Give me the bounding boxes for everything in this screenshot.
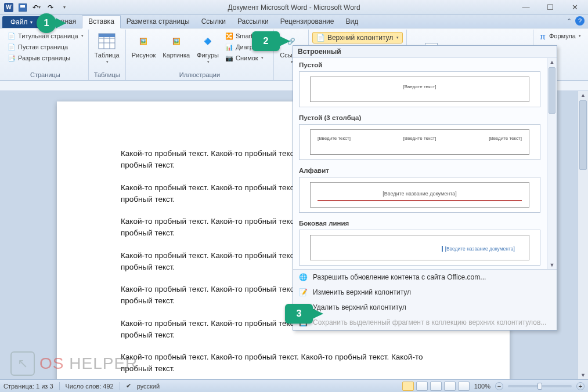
svg-rect-5 bbox=[99, 34, 115, 37]
scroll-up-icon[interactable]: ▲ bbox=[547, 58, 557, 66]
tab-page-layout[interactable]: Разметка страницы bbox=[121, 16, 196, 28]
gallery-item-label: Боковая линия bbox=[293, 216, 546, 228]
quick-access-toolbar: W ↶▾ ↷ ▾ bbox=[2, 2, 71, 13]
clipart-button[interactable]: 🖼️Картинка bbox=[160, 31, 192, 60]
step-badge-2: 2 bbox=[252, 31, 280, 51]
file-tab-label: Файл bbox=[10, 18, 28, 26]
status-bar: Страница: 1 из 3 Число слов: 492 ✔ русск… bbox=[0, 379, 588, 392]
group-tables-label: Таблицы bbox=[92, 70, 122, 80]
tab-references[interactable]: Ссылки bbox=[196, 16, 232, 28]
shapes-label: Фигуры bbox=[197, 52, 219, 59]
gallery-body: ▲▼ Пустой [Введите текст] Пустой (3 стол… bbox=[293, 58, 557, 269]
tab-review[interactable]: Рецензирование bbox=[275, 16, 340, 28]
tab-insert[interactable]: Вставка bbox=[82, 15, 121, 28]
menu-office-update[interactable]: 🌐Разрешить обновление контента с сайта O… bbox=[293, 270, 557, 285]
header-gallery: Встроенный ▲▼ Пустой [Введите текст] Пус… bbox=[293, 45, 557, 331]
equation-button[interactable]: πФормула▾ bbox=[537, 31, 582, 41]
header-icon: 📄 bbox=[316, 34, 325, 42]
menu-save-to-gallery: 💾Сохранить выделенный фрагмент в коллекц… bbox=[293, 315, 557, 330]
view-outline[interactable] bbox=[444, 382, 456, 391]
screenshot-button[interactable]: 📷Снимок▾ bbox=[223, 53, 270, 63]
qat-customize[interactable]: ▾ bbox=[58, 2, 71, 13]
table-icon bbox=[98, 32, 116, 50]
blank-page-button[interactable]: 📄Пустая страница bbox=[6, 42, 69, 52]
menu-remove-header[interactable]: 🗙Удалить верхний колонтитул bbox=[293, 300, 557, 315]
group-tables: Таблица▾ Таблицы bbox=[89, 30, 126, 80]
app-icon[interactable]: W bbox=[2, 2, 15, 13]
menu-edit-header[interactable]: 📝Изменить верхний колонтитул bbox=[293, 285, 557, 300]
edit-icon: 📝 bbox=[298, 288, 308, 297]
placeholder-text: [Введите текст] bbox=[403, 136, 437, 141]
equation-label: Формула bbox=[549, 32, 576, 39]
header-label: Верхний колонтитул bbox=[327, 34, 393, 42]
window-controls: — ☐ ✕ bbox=[518, 2, 586, 13]
gallery-item-empty[interactable]: [Введите текст] bbox=[299, 71, 540, 107]
close-button[interactable]: ✕ bbox=[567, 2, 582, 13]
clipart-icon: 🖼️ bbox=[167, 32, 186, 50]
scroll-thumb[interactable] bbox=[549, 67, 555, 114]
gallery-item-three-cols[interactable]: [Введите текст][Введите текст][Введите т… bbox=[299, 124, 540, 160]
clipart-label: Картинка bbox=[163, 52, 190, 59]
placeholder-text: [Введите название документа] bbox=[311, 191, 529, 197]
view-draft[interactable] bbox=[458, 382, 470, 391]
blank-page-label: Пустая страница bbox=[18, 43, 68, 50]
title-bar: W ↶▾ ↷ ▾ Документ Microsoft Word - Micro… bbox=[0, 0, 588, 15]
smartart-icon: 🔀 bbox=[225, 31, 234, 41]
tab-mailings[interactable]: Рассылки bbox=[232, 16, 275, 28]
shapes-icon: 🔷 bbox=[199, 32, 217, 50]
gallery-scrollbar[interactable]: ▲▼ bbox=[547, 58, 557, 269]
scroll-down-icon[interactable]: ▼ bbox=[578, 371, 588, 379]
gallery-item-alphabet[interactable]: [Введите название документа] bbox=[299, 177, 540, 213]
zoom-slider[interactable] bbox=[508, 385, 572, 387]
gallery-item-label: Пустой (3 столбца) bbox=[293, 111, 546, 123]
page-break-icon: 📑 bbox=[7, 53, 16, 63]
placeholder-text: [Введите текст] bbox=[489, 136, 522, 141]
pi-icon: π bbox=[538, 31, 547, 41]
gallery-heading: Встроенный bbox=[293, 46, 557, 58]
gallery-item-label: Пустой bbox=[293, 58, 546, 70]
status-zoom[interactable]: 100% bbox=[474, 383, 490, 390]
help-button[interactable]: ? bbox=[575, 16, 585, 26]
minimize-button[interactable]: — bbox=[518, 2, 533, 13]
group-illustrations-label: Иллюстрации bbox=[129, 70, 270, 80]
cover-page-label: Титульная страница bbox=[18, 32, 78, 39]
zoom-out-button[interactable]: − bbox=[495, 382, 503, 390]
page-break-button[interactable]: 📑Разрыв страницы bbox=[6, 53, 71, 63]
menu-label: Удалить верхний колонтитул bbox=[313, 303, 406, 311]
scroll-thumb[interactable] bbox=[579, 100, 587, 170]
page-break-label: Разрыв страницы bbox=[18, 55, 70, 61]
picture-icon: 🖼️ bbox=[134, 32, 153, 50]
table-label: Таблица bbox=[95, 52, 120, 59]
view-print-layout[interactable] bbox=[402, 382, 414, 391]
view-web-layout[interactable] bbox=[430, 382, 442, 391]
tab-view[interactable]: Вид bbox=[340, 16, 364, 28]
status-page[interactable]: Страница: 1 из 3 bbox=[3, 383, 53, 390]
menu-label: Сохранить выделенный фрагмент в коллекци… bbox=[313, 318, 546, 326]
zoom-in-button[interactable]: + bbox=[576, 382, 585, 390]
zoom-thumb[interactable] bbox=[538, 383, 542, 390]
shapes-button[interactable]: 🔷Фигуры▾ bbox=[194, 31, 221, 66]
proofing-icon[interactable]: ✔ bbox=[126, 382, 131, 390]
menu-label: Изменить верхний колонтитул bbox=[313, 288, 411, 296]
table-button[interactable]: Таблица▾ bbox=[92, 31, 122, 66]
scroll-down-icon[interactable]: ▼ bbox=[547, 261, 557, 269]
minimize-ribbon-icon[interactable]: ⌃ bbox=[567, 17, 572, 25]
picture-button[interactable]: 🖼️Рисунок bbox=[129, 31, 158, 60]
save-button[interactable] bbox=[16, 2, 29, 13]
view-full-screen[interactable] bbox=[416, 382, 428, 391]
scroll-up-icon[interactable]: ▲ bbox=[578, 91, 588, 99]
gallery-item-label: Алфавит bbox=[293, 164, 546, 176]
redo-button[interactable]: ↷ bbox=[44, 2, 57, 13]
screenshot-icon: 📷 bbox=[225, 53, 234, 63]
status-word-count[interactable]: Число слов: 492 bbox=[66, 383, 114, 390]
maximize-button[interactable]: ☐ bbox=[543, 2, 558, 13]
undo-button[interactable]: ↶▾ bbox=[30, 2, 43, 13]
picture-label: Рисунок bbox=[132, 52, 156, 59]
placeholder-text: [Введите текст] bbox=[311, 77, 529, 89]
vertical-scrollbar[interactable]: ▲ ▼ bbox=[578, 91, 588, 379]
step-badge-1: 1 bbox=[37, 13, 56, 33]
gallery-item-sideline[interactable]: [Введите название документа] bbox=[299, 230, 540, 266]
file-tab[interactable]: Файл▾ bbox=[2, 16, 41, 28]
header-button[interactable]: 📄 Верхний колонтитул ▾ bbox=[312, 32, 403, 43]
status-language[interactable]: русский bbox=[137, 383, 160, 390]
